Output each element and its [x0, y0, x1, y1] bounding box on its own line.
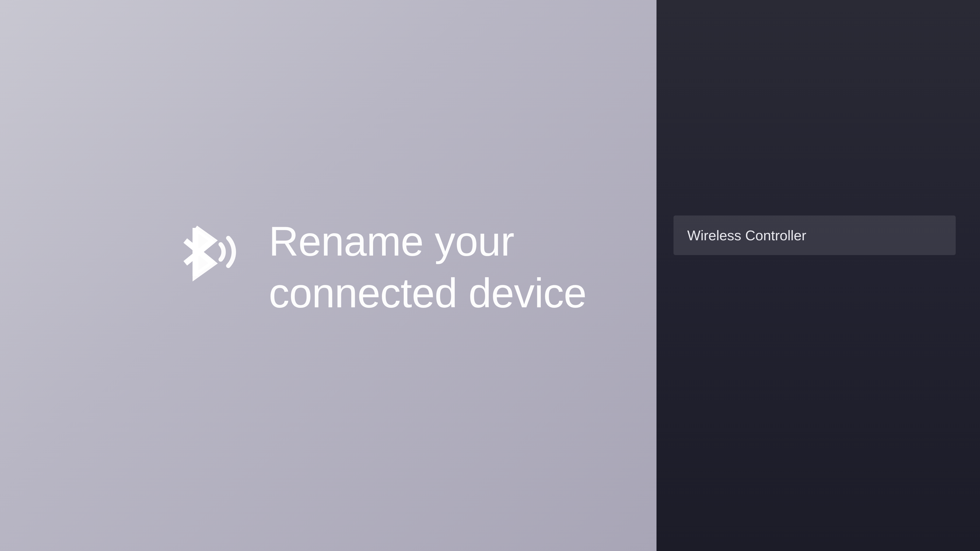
info-panel: Rename your connected device [0, 0, 657, 551]
info-content: Rename your connected device [177, 216, 598, 319]
settings-screen: Rename your connected device [0, 0, 980, 551]
bluetooth-audio-icon [177, 220, 240, 284]
page-title: Rename your connected device [269, 216, 598, 319]
device-name-input[interactable] [673, 216, 956, 255]
action-panel [657, 0, 980, 551]
